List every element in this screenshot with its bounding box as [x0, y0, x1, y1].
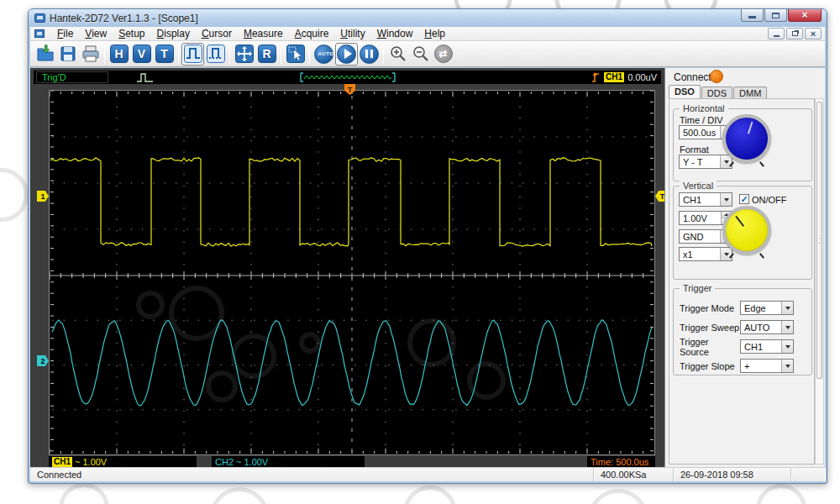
- vertical-knob[interactable]: [722, 206, 771, 255]
- panel-scrollbar[interactable]: [815, 98, 824, 465]
- open-button[interactable]: [34, 43, 56, 66]
- horizontal-cursor-button[interactable]: H: [108, 43, 130, 66]
- menu-acquire[interactable]: Acquire: [289, 27, 335, 40]
- format-select[interactable]: Y - T: [679, 155, 732, 169]
- resize-grip[interactable]: [791, 468, 825, 481]
- ch1-volts: 1.00V: [82, 457, 107, 467]
- menu-items: FileViewSetupDisplayCursorMeasureAcquire…: [51, 27, 451, 40]
- format-label: Format: [680, 144, 709, 155]
- mdi-restore-button[interactable]: [786, 28, 803, 39]
- zoom-out-button[interactable]: [409, 43, 432, 66]
- watermark-circle: [756, 484, 806, 504]
- mdi-minimize-icon: [774, 35, 780, 37]
- connect-label: Connect:: [674, 71, 714, 83]
- vertical-group-title: Vertical: [680, 181, 717, 191]
- dropdown-arrow-icon: [781, 302, 793, 314]
- run-button[interactable]: [335, 43, 358, 66]
- mdi-close-button[interactable]: ×: [805, 28, 822, 39]
- maximize-icon: [772, 13, 780, 18]
- scope-waveforms: [50, 91, 654, 454]
- play-icon: [337, 45, 356, 64]
- pointer-button[interactable]: [284, 43, 307, 66]
- autoset-button[interactable]: AUTO: [312, 43, 335, 66]
- horizontal-knob[interactable]: [722, 114, 771, 163]
- ch1-position-marker[interactable]: 1: [37, 191, 49, 202]
- auto-icon: AUTO: [314, 45, 333, 64]
- title-bar[interactable]: Hantek-2D72 Ver1.1.3 - [Scope1] ×: [29, 9, 827, 27]
- menu-help[interactable]: Help: [418, 27, 451, 40]
- menu-view[interactable]: View: [79, 27, 113, 40]
- trigger-group-title: Trigger: [680, 283, 715, 293]
- trigger-slope-value: +: [744, 361, 749, 371]
- swap-arrows-icon: ⇄: [434, 45, 453, 63]
- trigger-source-label: Trigger Source: [680, 337, 740, 357]
- ch2-position-marker[interactable]: 2: [37, 355, 49, 366]
- ch2-scale-label[interactable]: CH2 ~ 1.00V: [212, 456, 365, 468]
- vertical-cursor-button[interactable]: V: [130, 43, 153, 66]
- panel-scrollbar-thumb[interactable]: [816, 102, 822, 379]
- trigger-slope-row: Trigger Slope+: [680, 359, 811, 373]
- waveform-pulse-dotted-button[interactable]: [204, 43, 227, 66]
- trigger-cursor-button[interactable]: T: [153, 43, 176, 66]
- scope-screen: [49, 90, 655, 455]
- zoom-out-icon: [412, 45, 430, 63]
- menu-window[interactable]: Window: [371, 27, 419, 40]
- tab-dmm[interactable]: DMM: [733, 87, 767, 99]
- menu-cursor[interactable]: Cursor: [196, 27, 238, 40]
- channel-select[interactable]: CH1: [679, 192, 732, 207]
- dropdown-arrow-icon: [720, 193, 732, 206]
- refresh-button[interactable]: ⇄: [432, 43, 454, 66]
- trigger-source-select[interactable]: CH1: [740, 339, 794, 354]
- tab-dds[interactable]: DDS: [701, 87, 732, 99]
- trigger-slope-label: Trigger Slope: [680, 361, 740, 371]
- knob-pointer: [748, 122, 753, 134]
- probe-value: x1: [683, 249, 693, 260]
- save-button[interactable]: [56, 43, 79, 66]
- scope-area: Trig'D CH1 0.00uV: [30, 68, 664, 467]
- scope-status-strip: Trig'D CH1 0.00uV: [34, 71, 661, 84]
- t-letter: T: [155, 45, 174, 63]
- trigger-source-value: CH1: [744, 342, 763, 352]
- self-calibration-button[interactable]: [233, 43, 255, 66]
- timebase-label: Time: 500.0us: [587, 456, 655, 468]
- horizontal-group-title: Horizontal: [680, 103, 728, 113]
- watermark-circle: [59, 483, 109, 504]
- pause-button[interactable]: [358, 43, 381, 66]
- menu-utility[interactable]: Utility: [334, 27, 370, 40]
- watermark-circle: [588, 489, 648, 504]
- dropdown-arrow-icon: [781, 321, 793, 333]
- pulse-wave-dotted-icon: [207, 45, 225, 63]
- menu-setup[interactable]: Setup: [113, 27, 150, 40]
- trigger-sweep-select[interactable]: AUTO: [740, 320, 794, 334]
- menu-measure[interactable]: Measure: [238, 27, 289, 40]
- ch2-coupling: ~: [236, 457, 241, 467]
- ch1-scale-label[interactable]: CH1 ~ 1.00V: [49, 456, 197, 468]
- reset-button[interactable]: R: [255, 43, 278, 66]
- trigger-slope-select[interactable]: +: [740, 359, 794, 373]
- watermark-circle: [403, 486, 457, 504]
- window-title: Hantek-2D72 Ver1.1.3 - [Scope1]: [50, 13, 198, 24]
- waveform-pulse-button[interactable]: [181, 43, 204, 66]
- menu-display[interactable]: Display: [151, 27, 196, 40]
- control-panel: Connect: DSO DDS DMM Horizontal Time / D…: [664, 68, 825, 467]
- tab-dso[interactable]: DSO: [669, 85, 701, 99]
- connect-indicator: [710, 70, 723, 83]
- print-button[interactable]: [79, 43, 102, 66]
- mdi-restore-icon: [792, 31, 798, 36]
- probe-select[interactable]: x1: [679, 247, 732, 261]
- minimize-button[interactable]: [741, 9, 764, 22]
- v-letter: V: [133, 45, 151, 63]
- pulse-indicator-icon: [136, 71, 155, 83]
- mdi-minimize-button[interactable]: [768, 28, 785, 39]
- trigger-mode-select[interactable]: Edge: [740, 301, 794, 315]
- close-button[interactable]: ×: [788, 9, 822, 22]
- r-letter: R: [258, 45, 276, 63]
- channel-onoff-checkbox[interactable]: ✓: [739, 194, 749, 204]
- zoom-in-button[interactable]: [386, 43, 409, 66]
- maximize-button[interactable]: [764, 9, 787, 22]
- close-icon: ×: [801, 11, 807, 19]
- mdi-child-icon: [34, 29, 45, 38]
- toolbar-separator: [383, 44, 384, 64]
- menu-file[interactable]: File: [51, 27, 79, 40]
- knob-pointer: [735, 216, 744, 227]
